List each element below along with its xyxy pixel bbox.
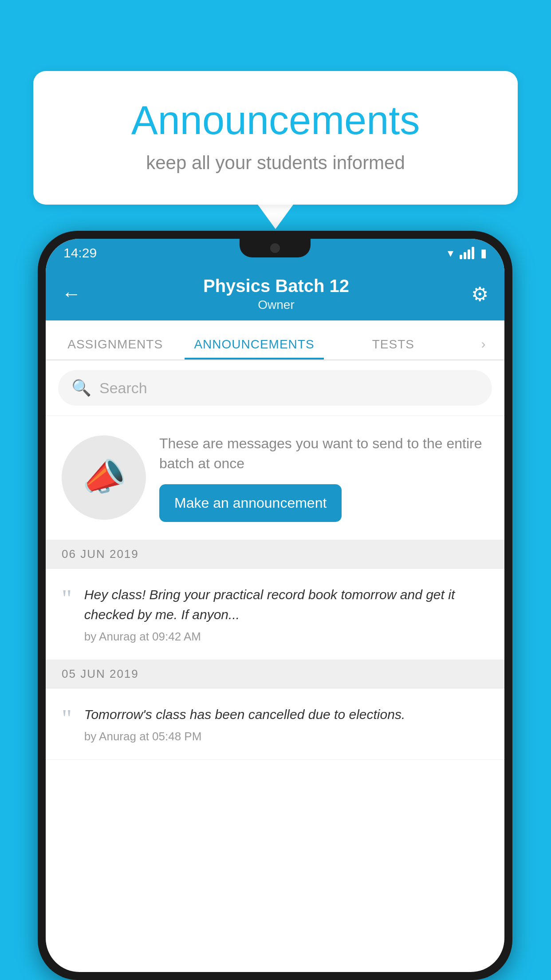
announcement-text-1: Hey class! Bring your practical record b… [84, 585, 488, 624]
phone-inner: 14:29 ▾ ▮ ← Physics Batch 12 Owner ⚙ [46, 239, 504, 972]
announcement-text-2: Tomorrow's class has been cancelled due … [84, 704, 488, 724]
camera-dot [270, 243, 280, 253]
notch [240, 239, 311, 257]
announcement-meta-1: by Anurag at 09:42 AM [84, 630, 201, 643]
speech-bubble: Announcements keep all your students inf… [33, 71, 518, 205]
search-bar[interactable]: 🔍 Search [58, 370, 492, 406]
speech-bubble-title: Announcements [69, 98, 482, 143]
announcement-content-2: Tomorrow's class has been cancelled due … [84, 704, 488, 743]
promo-text: These are messages you want to send to t… [159, 434, 488, 474]
date-separator-2: 05 JUN 2019 [46, 660, 504, 688]
tab-tests[interactable]: TESTS [324, 337, 463, 360]
quote-icon-1: " [62, 586, 72, 611]
search-container: 🔍 Search [46, 360, 504, 416]
settings-button[interactable]: ⚙ [471, 283, 488, 305]
search-placeholder: Search [99, 379, 147, 397]
header-title: Physics Batch 12 [203, 276, 349, 296]
promo-content: These are messages you want to send to t… [159, 434, 488, 522]
speech-bubble-arrow [258, 205, 293, 229]
speech-bubble-container: Announcements keep all your students inf… [33, 71, 518, 229]
search-icon: 🔍 [71, 379, 91, 397]
status-time: 14:29 [63, 245, 97, 261]
announcement-item-2[interactable]: " Tomorrow's class has been cancelled du… [46, 688, 504, 760]
tab-announcements[interactable]: ANNOUNCEMENTS [185, 337, 323, 360]
date-separator-1: 06 JUN 2019 [46, 540, 504, 569]
status-icons: ▾ ▮ [448, 246, 487, 260]
announcement-item-1[interactable]: " Hey class! Bring your practical record… [46, 569, 504, 660]
megaphone-icon: 📣 [79, 453, 130, 502]
signal-icon [460, 247, 474, 259]
make-announcement-button[interactable]: Make an announcement [159, 484, 342, 522]
app-header: ← Physics Batch 12 Owner ⚙ [46, 267, 504, 320]
announcement-meta-2: by Anurag at 05:48 PM [84, 730, 202, 743]
battery-icon: ▮ [480, 246, 487, 260]
announcement-content-1: Hey class! Bring your practical record b… [84, 585, 488, 644]
speech-bubble-subtitle: keep all your students informed [69, 152, 482, 174]
promo-icon-circle: 📣 [62, 435, 146, 520]
phone-frame: 14:29 ▾ ▮ ← Physics Batch 12 Owner ⚙ [38, 231, 512, 980]
back-button[interactable]: ← [62, 283, 81, 305]
header-title-group: Physics Batch 12 Owner [203, 276, 349, 312]
tab-more[interactable]: › [463, 336, 504, 360]
tabs-bar: ASSIGNMENTS ANNOUNCEMENTS TESTS › [46, 320, 504, 360]
header-subtitle: Owner [203, 298, 349, 312]
wifi-icon: ▾ [448, 246, 453, 260]
tab-assignments[interactable]: ASSIGNMENTS [46, 337, 185, 360]
status-bar: 14:29 ▾ ▮ [46, 239, 504, 267]
promo-card: 📣 These are messages you want to send to… [46, 416, 504, 540]
tab-more-icon: › [481, 336, 486, 351]
quote-icon-2: " [62, 706, 72, 731]
